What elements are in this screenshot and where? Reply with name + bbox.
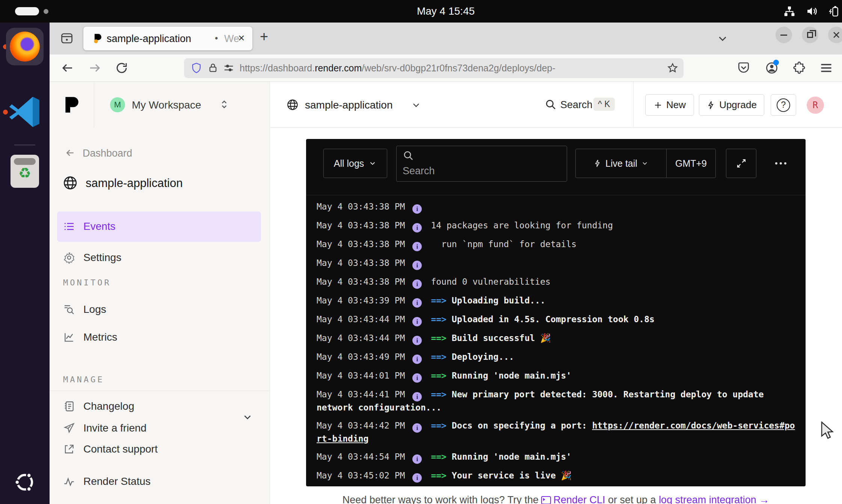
new-button[interactable]: New <box>645 94 694 116</box>
pocket-icon[interactable] <box>737 61 750 75</box>
logo-column <box>50 82 94 128</box>
info-icon[interactable]: i <box>412 298 422 308</box>
system-clock[interactable]: May 4 15:45 <box>50 0 842 23</box>
timezone-button[interactable]: GMT+9 <box>667 149 715 178</box>
user-avatar[interactable]: R <box>807 97 824 114</box>
render-cli-link[interactable]: Render CLI <box>541 494 605 504</box>
log-stream-link[interactable]: log stream integration <box>659 494 756 504</box>
info-icon[interactable]: i <box>412 473 422 483</box>
more-options-button[interactable] <box>772 157 790 170</box>
log-panel[interactable]: All logs Search Live tail <box>306 139 806 486</box>
upgrade-button[interactable]: Upgrade <box>699 94 764 116</box>
service-selector[interactable]: sample-application <box>305 99 392 111</box>
extensions-icon[interactable] <box>792 61 806 75</box>
network-icon[interactable] <box>783 5 795 17</box>
url-bar[interactable]: https://dashboard.render.com/web/srv-d0b… <box>184 58 684 78</box>
restore-button[interactable] <box>802 27 818 43</box>
chevron-updown-icon <box>218 98 230 110</box>
minimize-button[interactable] <box>776 27 792 43</box>
log-list[interactable]: May 4 03:43:38 PMiMay 4 03:43:38 PMi14 p… <box>317 201 795 488</box>
url-text[interactable]: https://dashboard.render.com/web/srv-d0b… <box>240 63 660 74</box>
log-entry: May 4 03:43:38 PMifound 0 vulnerabilitie… <box>317 276 795 289</box>
info-icon[interactable]: i <box>412 355 422 364</box>
mouse-cursor <box>821 421 837 439</box>
workspace-selector[interactable]: M My Workspace <box>94 82 270 128</box>
sidebar-item-render-status[interactable]: Render Status <box>50 469 270 493</box>
account-icon[interactable] <box>765 61 779 75</box>
forward-icon[interactable] <box>88 61 101 75</box>
log-arrow: ==> <box>431 452 451 462</box>
new-tab-button[interactable]: + <box>260 29 268 45</box>
ubuntu-logo-icon[interactable] <box>13 470 37 494</box>
bookmark-star-icon[interactable] <box>667 62 678 74</box>
sidebar-item-metrics[interactable]: Metrics <box>50 325 270 349</box>
log-message: run `npm fund` for details <box>431 239 576 249</box>
info-icon[interactable]: i <box>412 454 422 464</box>
trash-dock-icon[interactable]: ♻ <box>11 155 39 188</box>
info-icon[interactable]: i <box>412 423 422 433</box>
external-link-icon <box>63 443 75 455</box>
info-icon[interactable]: i <box>412 336 422 345</box>
tab-bar: sample-application • We × + <box>50 23 842 54</box>
info-icon[interactable]: i <box>412 242 422 251</box>
header-divider <box>633 82 634 128</box>
dock-divider <box>14 145 35 145</box>
live-tail-button[interactable]: Live tail <box>576 149 667 178</box>
search-label[interactable]: Search <box>560 99 593 111</box>
back-icon[interactable] <box>61 61 74 75</box>
tab-close-icon[interactable]: × <box>238 32 245 44</box>
url-path: /web/srv-d0bgp21r0fns73dena2g/deploys/de… <box>362 63 555 73</box>
log-entry: May 4 03:43:38 PMi14 packages are lookin… <box>317 219 795 232</box>
dashboard-content: M My Workspace sample-application Search… <box>50 82 842 504</box>
info-icon[interactable]: i <box>412 204 422 214</box>
info-icon[interactable]: i <box>412 279 422 289</box>
firefox-view-icon[interactable] <box>60 32 74 45</box>
permissions-icon[interactable] <box>223 62 234 74</box>
help-button[interactable]: ? <box>771 94 796 116</box>
tracking-shield-icon[interactable] <box>191 62 202 74</box>
sidebar-item-events[interactable]: Events <box>50 214 270 238</box>
info-icon[interactable]: i <box>412 373 422 383</box>
expand-button[interactable] <box>726 149 756 178</box>
battery-charging-icon[interactable] <box>828 5 840 17</box>
events-list-icon <box>63 220 75 232</box>
log-message: found 0 vulnerabilities <box>431 277 551 287</box>
sidebar-item-changelog[interactable]: Changelog <box>50 394 270 418</box>
workspace-pill[interactable] <box>15 7 39 15</box>
info-icon[interactable]: i <box>412 223 422 232</box>
sidebar-item-logs[interactable]: Logs <box>50 297 270 321</box>
list-tabs-chevron-icon[interactable] <box>716 32 729 45</box>
info-icon[interactable]: i <box>412 317 422 326</box>
log-entry: May 4 03:43:44 PMi==> Uploaded in 4.5s. … <box>317 313 795 326</box>
sidebar-item-label: Events <box>83 220 116 232</box>
menu-hamburger-icon[interactable] <box>819 61 833 75</box>
tab-sample-application[interactable]: sample-application • We × <box>83 27 252 50</box>
footer-text: Need better ways to work with logs? Try … <box>343 494 542 504</box>
log-entry: May 4 03:43:38 PMi <box>317 257 795 270</box>
reload-icon[interactable] <box>115 61 128 75</box>
chevron-down-icon[interactable] <box>411 100 421 110</box>
log-timestamp: May 4 03:43:38 PM <box>317 220 405 230</box>
firefox-dock-icon[interactable] <box>6 28 44 65</box>
volume-icon[interactable] <box>806 5 818 17</box>
log-message: ==> Build successful 🎉 <box>431 333 551 343</box>
sidebar-item-contact-support[interactable]: Contact support <box>50 437 270 461</box>
log-entry: May 4 03:43:44 PMi==> Build successful 🎉 <box>317 332 795 345</box>
close-button[interactable] <box>828 27 842 43</box>
account-notification-dot <box>773 60 779 65</box>
info-icon[interactable]: i <box>412 392 422 401</box>
info-icon[interactable]: i <box>412 261 422 270</box>
lock-icon[interactable] <box>207 62 219 74</box>
log-timestamp: May 4 03:44:01 PM <box>317 371 405 380</box>
vscode-dock-icon[interactable] <box>7 94 43 130</box>
firefox-icon <box>10 32 40 62</box>
log-filter-button[interactable]: All logs <box>323 149 387 178</box>
render-logo-icon[interactable] <box>62 95 81 114</box>
sidebar-item-dashboard[interactable]: Dashboard <box>83 148 132 159</box>
log-search-input[interactable]: Search <box>396 146 567 182</box>
log-entry: May 4 03:44:41 PMi==> New primary port d… <box>317 388 795 414</box>
sidebar-item-invite[interactable]: Invite a friend <box>50 416 270 440</box>
back-arrow-icon[interactable] <box>65 147 76 158</box>
search-icon[interactable] <box>545 98 557 110</box>
sidebar-item-settings[interactable]: Settings <box>50 246 270 270</box>
